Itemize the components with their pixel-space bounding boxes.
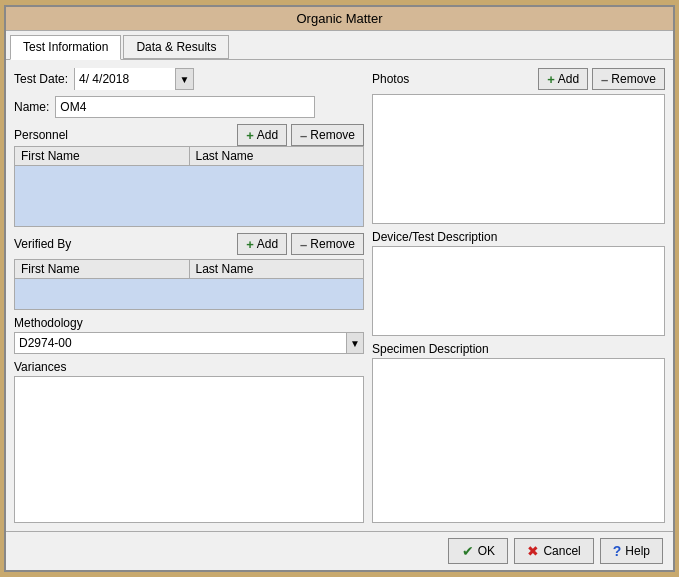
photos-box[interactable] <box>372 94 665 224</box>
verified-by-table-header: First Name Last Name <box>15 260 363 279</box>
name-row: Name: <box>14 96 364 118</box>
chevron-down-icon-2: ▼ <box>350 338 360 349</box>
verified-col-first: First Name <box>15 260 190 278</box>
verified-col-last: Last Name <box>190 260 364 278</box>
specimen-textarea[interactable] <box>372 358 665 523</box>
photos-add-button[interactable]: + Add <box>538 68 588 90</box>
plus-icon-3: + <box>547 72 555 87</box>
specimen-section: Specimen Description <box>372 342 665 523</box>
personnel-btn-group: + Add – Remove <box>237 124 364 146</box>
right-panel: Photos + Add – Remove <box>372 68 665 523</box>
help-label: Help <box>625 544 650 558</box>
verified-add-button[interactable]: + Add <box>237 233 287 255</box>
methodology-dropdown-arrow: ▼ <box>346 333 363 353</box>
methodology-label: Methodology <box>14 316 364 330</box>
question-icon: ? <box>613 543 622 559</box>
plus-icon-2: + <box>246 237 254 252</box>
device-section: Device/Test Description <box>372 230 665 336</box>
help-button[interactable]: ? Help <box>600 538 663 564</box>
tab-data-results[interactable]: Data & Results <box>123 35 229 59</box>
photos-add-label: Add <box>558 72 579 86</box>
personnel-table-body[interactable] <box>15 166 363 226</box>
photos-section: Photos + Add – Remove <box>372 68 665 224</box>
tab-bar: Test Information Data & Results <box>6 31 673 60</box>
check-icon: ✔ <box>462 543 474 559</box>
verified-by-header: Verified By + Add – Remove <box>14 233 364 255</box>
variances-wrapper: Variances <box>14 360 364 523</box>
specimen-label: Specimen Description <box>372 342 665 356</box>
photos-label: Photos <box>372 72 409 86</box>
variances-label: Variances <box>14 360 364 374</box>
col-first-name: First Name <box>15 147 190 165</box>
device-label: Device/Test Description <box>372 230 665 244</box>
ok-label: OK <box>478 544 495 558</box>
verified-add-label: Add <box>257 237 278 251</box>
photos-remove-button[interactable]: – Remove <box>592 68 665 90</box>
main-window: Organic Matter Test Information Data & R… <box>4 5 675 572</box>
name-input[interactable] <box>55 96 315 118</box>
test-date-label: Test Date: <box>14 72 68 86</box>
test-date-input-wrap: ▼ <box>74 68 194 90</box>
chevron-down-icon: ▼ <box>180 74 190 85</box>
methodology-select-wrap: D2974-00 D2974-87 Other ▼ <box>14 332 364 354</box>
verified-by-section: Verified By + Add – Remove Fi <box>14 233 364 310</box>
content-area: Test Date: ▼ Name: Personnel <box>6 60 673 531</box>
verified-by-btn-group: + Add – Remove <box>237 233 364 255</box>
personnel-add-button[interactable]: + Add <box>237 124 287 146</box>
verified-by-table-body[interactable] <box>15 279 363 309</box>
photos-remove-label: Remove <box>611 72 656 86</box>
minus-icon-3: – <box>601 72 608 87</box>
footer: ✔ OK ✖ Cancel ? Help <box>6 531 673 570</box>
test-date-row: Test Date: ▼ <box>14 68 364 90</box>
name-label: Name: <box>14 100 49 114</box>
minus-icon-2: – <box>300 237 307 252</box>
ok-button[interactable]: ✔ OK <box>448 538 508 564</box>
left-panel: Test Date: ▼ Name: Personnel <box>14 68 364 523</box>
cancel-button[interactable]: ✖ Cancel <box>514 538 593 564</box>
device-textarea[interactable] <box>372 246 665 336</box>
verified-by-label: Verified By <box>14 237 71 251</box>
personnel-add-label: Add <box>257 128 278 142</box>
plus-icon: + <box>246 128 254 143</box>
x-icon: ✖ <box>527 543 539 559</box>
personnel-remove-button[interactable]: – Remove <box>291 124 364 146</box>
personnel-remove-label: Remove <box>310 128 355 142</box>
cancel-label: Cancel <box>543 544 580 558</box>
personnel-table-header: First Name Last Name <box>15 147 363 166</box>
personnel-header: Personnel + Add – Remove <box>14 124 364 146</box>
minus-icon: – <box>300 128 307 143</box>
personnel-section: Personnel + Add – Remove Firs <box>14 124 364 227</box>
methodology-select[interactable]: D2974-00 D2974-87 Other <box>15 333 346 353</box>
variances-textarea[interactable] <box>14 376 364 523</box>
photos-header: Photos + Add – Remove <box>372 68 665 90</box>
methodology-section: Methodology D2974-00 D2974-87 Other ▼ <box>14 316 364 354</box>
col-last-name: Last Name <box>190 147 364 165</box>
personnel-label: Personnel <box>14 128 68 142</box>
test-date-dropdown-btn[interactable]: ▼ <box>175 69 193 89</box>
verified-remove-button[interactable]: – Remove <box>291 233 364 255</box>
tab-test-information[interactable]: Test Information <box>10 35 121 60</box>
verified-remove-label: Remove <box>310 237 355 251</box>
photos-btn-group: + Add – Remove <box>538 68 665 90</box>
window-title: Organic Matter <box>297 11 383 26</box>
test-date-input[interactable] <box>75 68 175 90</box>
personnel-table: First Name Last Name <box>14 146 364 227</box>
title-bar: Organic Matter <box>6 7 673 31</box>
verified-by-table: First Name Last Name <box>14 259 364 310</box>
